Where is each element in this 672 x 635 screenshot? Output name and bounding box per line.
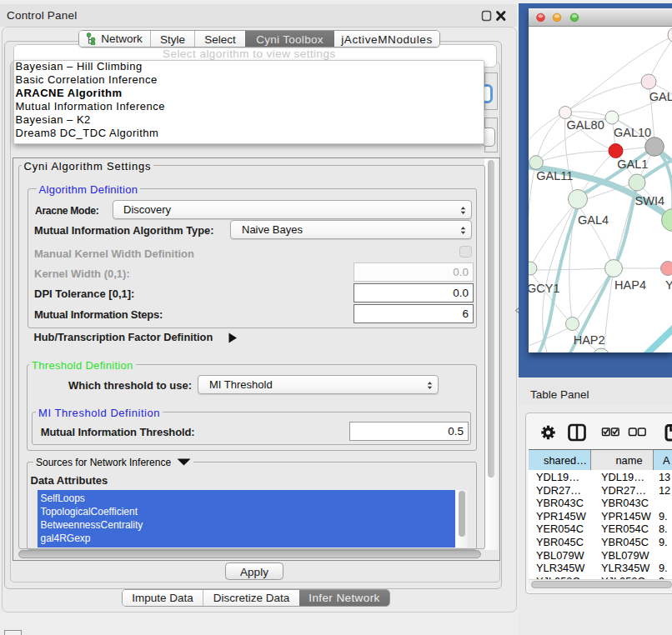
svg-text:HAP2: HAP2 [574,333,605,347]
svg-text:GAL1: GAL1 [617,158,648,171]
svg-text:GCY1: GCY1 [529,282,560,295]
svg-text:YH: YH [665,278,672,292]
svg-text:GAL11: GAL11 [536,169,573,182]
svg-text:HAP4: HAP4 [614,278,646,292]
svg-text:GAL4: GAL4 [578,213,609,227]
svg-text:GAL10: GAL10 [614,126,651,139]
svg-text:GAL80: GAL80 [567,118,604,132]
svg-text:SWI4: SWI4 [635,194,664,208]
svg-text:GAL8: GAL8 [649,90,672,103]
